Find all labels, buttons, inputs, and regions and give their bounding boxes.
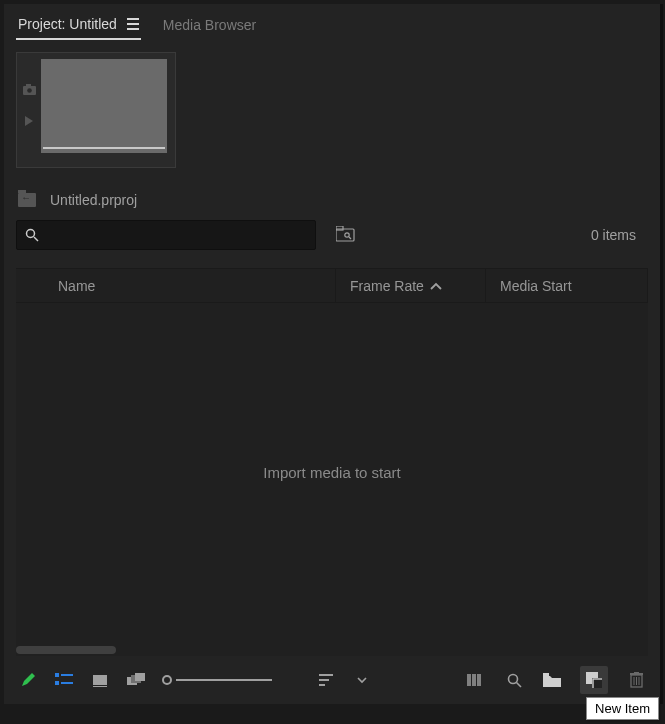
empty-message: Import media to start xyxy=(263,464,401,481)
svg-marker-3 xyxy=(25,116,33,126)
item-count: 0 items xyxy=(591,227,648,243)
preview-side-icons xyxy=(17,53,41,129)
column-frame-rate[interactable]: Frame Rate xyxy=(336,269,486,302)
automate-to-sequence-icon[interactable] xyxy=(466,670,486,690)
svg-rect-11 xyxy=(61,674,73,676)
preview-thumbnail xyxy=(41,59,167,153)
svg-rect-12 xyxy=(55,681,59,685)
column-media-start-label: Media Start xyxy=(500,278,572,294)
svg-rect-22 xyxy=(467,674,471,686)
project-panel: Project: Untitled Media Browser Untitled… xyxy=(4,4,663,704)
svg-line-9 xyxy=(349,237,351,239)
svg-point-4 xyxy=(27,230,35,238)
freeform-view-icon[interactable] xyxy=(126,670,146,690)
svg-rect-13 xyxy=(61,682,73,684)
find-icon[interactable] xyxy=(504,670,524,690)
column-name-label: Name xyxy=(58,278,95,294)
table-header: Name Frame Rate Media Start xyxy=(16,269,648,303)
zoom-handle-icon[interactable] xyxy=(162,675,172,685)
tab-project-label: Project: Untitled xyxy=(18,16,117,32)
svg-rect-19 xyxy=(319,674,333,676)
search-field[interactable] xyxy=(45,227,307,243)
sort-icon[interactable] xyxy=(316,670,336,690)
icon-view-icon[interactable] xyxy=(90,670,110,690)
svg-rect-10 xyxy=(55,673,59,677)
svg-line-26 xyxy=(516,682,521,687)
new-item-icon xyxy=(586,672,602,688)
panel-menu-icon[interactable] xyxy=(127,18,139,30)
tab-media-browser[interactable]: Media Browser xyxy=(161,13,258,39)
svg-rect-20 xyxy=(319,679,329,681)
svg-rect-23 xyxy=(472,674,476,686)
search-icon xyxy=(25,228,39,242)
zoom-slider[interactable] xyxy=(162,675,272,685)
scrollbar-thumb[interactable] xyxy=(16,646,116,654)
bottom-toolbar xyxy=(4,656,660,704)
chevron-down-icon[interactable] xyxy=(352,670,372,690)
tab-bar: Project: Untitled Media Browser xyxy=(4,4,660,40)
svg-rect-14 xyxy=(93,675,107,685)
preview-thumbnail-box[interactable] xyxy=(16,52,176,168)
search-row: 0 items xyxy=(4,216,660,254)
play-icon xyxy=(24,114,34,129)
svg-rect-24 xyxy=(477,674,481,686)
svg-rect-15 xyxy=(93,686,107,687)
project-file-icon xyxy=(18,193,36,207)
pencil-icon[interactable] xyxy=(18,670,38,690)
column-name[interactable]: Name xyxy=(16,269,336,302)
svg-line-5 xyxy=(34,237,38,241)
horizontal-scrollbar[interactable] xyxy=(16,644,648,656)
svg-point-8 xyxy=(345,232,349,236)
project-file-row: Untitled.prproj xyxy=(4,180,660,216)
svg-rect-21 xyxy=(319,684,325,686)
camera-icon xyxy=(23,83,36,98)
list-view-icon[interactable] xyxy=(54,670,74,690)
svg-point-2 xyxy=(27,88,32,93)
tab-project[interactable]: Project: Untitled xyxy=(16,12,141,40)
sort-ascending-icon xyxy=(430,277,442,293)
tab-media-browser-label: Media Browser xyxy=(163,17,256,33)
svg-rect-18 xyxy=(135,673,145,681)
empty-drop-area[interactable]: Import media to start xyxy=(16,303,648,642)
trash-icon[interactable] xyxy=(626,670,646,690)
svg-point-25 xyxy=(508,674,517,683)
column-frame-rate-label: Frame Rate xyxy=(350,278,424,294)
search-bin-icon[interactable] xyxy=(336,226,356,245)
new-bin-icon[interactable] xyxy=(542,670,562,690)
preview-area xyxy=(4,40,660,180)
search-input[interactable] xyxy=(16,220,316,250)
svg-rect-32 xyxy=(634,672,639,674)
tooltip-new-item: New Item xyxy=(586,697,659,720)
column-media-start[interactable]: Media Start xyxy=(486,269,648,302)
svg-rect-1 xyxy=(26,84,31,87)
zoom-track xyxy=(176,679,272,681)
project-file-name: Untitled.prproj xyxy=(50,192,137,208)
new-item-button[interactable] xyxy=(580,666,608,694)
media-list[interactable]: Name Frame Rate Media Start Import media… xyxy=(16,268,648,656)
